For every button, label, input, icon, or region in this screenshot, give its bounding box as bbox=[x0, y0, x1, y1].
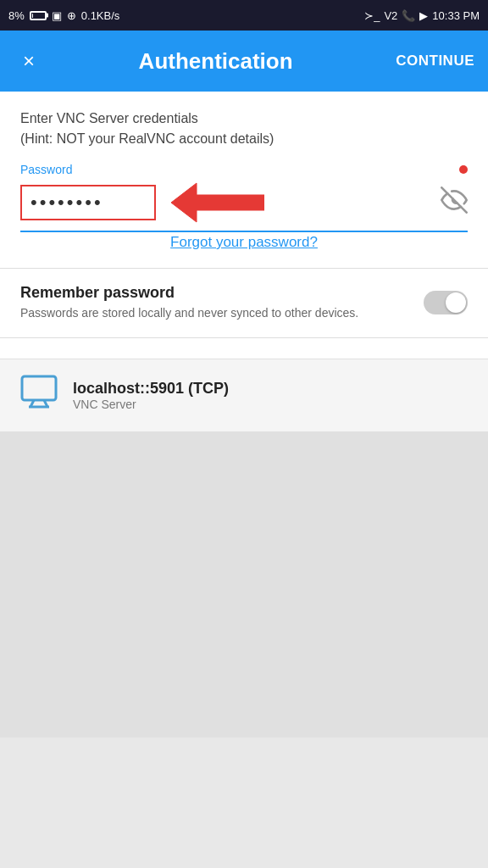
sim-icon: ▣ bbox=[52, 9, 62, 22]
server-info-section: localhost::5901 (TCP) VNC Server bbox=[0, 359, 488, 432]
app-title: Authentication bbox=[46, 48, 385, 75]
password-label-row: Password bbox=[20, 163, 468, 176]
required-dot bbox=[459, 165, 468, 174]
signal-icon: ≻_ bbox=[364, 9, 380, 22]
app-bar: × Authentication CONTINUE bbox=[0, 31, 488, 92]
toggle-password-visibility[interactable] bbox=[441, 186, 468, 220]
close-icon: × bbox=[23, 49, 35, 73]
close-button[interactable]: × bbox=[14, 46, 44, 76]
battery-icon bbox=[30, 11, 47, 20]
status-left: 8% ▣ ⊕ 0.1KB/s bbox=[8, 9, 119, 22]
password-row: •••••••• bbox=[20, 180, 468, 232]
remember-toggle[interactable] bbox=[424, 291, 468, 314]
password-dots: •••••••• bbox=[30, 192, 146, 214]
network-icon: ⊕ bbox=[67, 9, 76, 22]
v2-icon: V2 bbox=[384, 9, 397, 22]
speed-text: 0.1KB/s bbox=[81, 9, 120, 22]
toggle-knob bbox=[446, 292, 466, 313]
status-right: ≻_ V2 📞 ▶ 10:33 PM bbox=[364, 9, 480, 22]
arrow-annotation bbox=[171, 180, 264, 225]
eye-slash-icon bbox=[441, 186, 468, 214]
red-arrow-svg bbox=[171, 180, 264, 225]
password-label-text: Password bbox=[20, 163, 72, 176]
server-type-label: VNC Server bbox=[73, 398, 229, 411]
server-details: localhost::5901 (TCP) VNC Server bbox=[73, 380, 229, 411]
monitor-icon bbox=[20, 375, 58, 416]
svg-rect-1 bbox=[22, 376, 56, 400]
phone-icon: 📞 bbox=[402, 9, 415, 22]
password-field-box[interactable]: •••••••• bbox=[20, 185, 156, 220]
remember-section: Remember password Passwords are stored l… bbox=[20, 269, 468, 337]
form-content: Enter VNC Server credentials (Hint: NOT … bbox=[0, 92, 488, 359]
remember-title: Remember password bbox=[20, 284, 413, 302]
svg-marker-0 bbox=[171, 183, 264, 222]
continue-button[interactable]: CONTINUE bbox=[396, 53, 474, 70]
hint-text: Enter VNC Server credentials (Hint: NOT … bbox=[20, 108, 468, 149]
monitor-svg bbox=[20, 375, 58, 409]
time-display: 10:33 PM bbox=[432, 9, 480, 22]
gray-bottom-area bbox=[0, 432, 488, 737]
section-divider-bottom bbox=[0, 337, 488, 338]
remember-desc: Passwords are stored locally and never s… bbox=[20, 305, 413, 322]
remember-text-block: Remember password Passwords are stored l… bbox=[20, 284, 413, 322]
forgot-password-link[interactable]: Forgot your password? bbox=[20, 234, 468, 251]
status-bar: 8% ▣ ⊕ 0.1KB/s ≻_ V2 📞 ▶ 10:33 PM bbox=[0, 0, 488, 31]
server-address: localhost::5901 (TCP) bbox=[73, 380, 229, 398]
battery-percent: 8% bbox=[8, 9, 25, 22]
youtube-icon: ▶ bbox=[419, 9, 428, 22]
